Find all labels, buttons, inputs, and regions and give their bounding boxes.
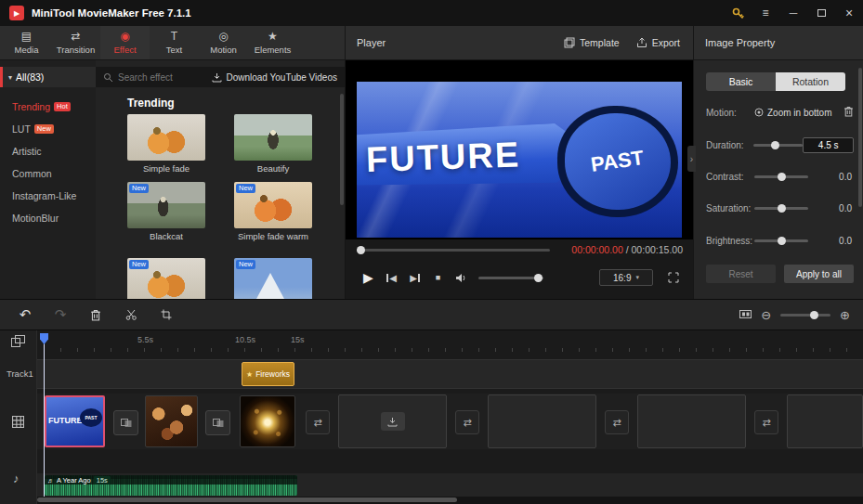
fit-timeline-button[interactable] [739,309,752,321]
effect-item: New [234,258,312,299]
tab-text[interactable]: T Text [150,26,199,59]
close-button[interactable]: × [835,0,863,26]
split-button[interactable] [113,299,149,330]
transition-placeholder[interactable]: ⇄ [455,410,479,434]
tab-basic[interactable]: Basic [706,72,776,91]
effect-thumbnail[interactable]: New [127,258,205,299]
transition-placeholder[interactable]: ⇄ [306,410,330,434]
tab-rotation[interactable]: Rotation [776,72,845,91]
duration-slider[interactable] [753,144,804,147]
effect-thumbnail-simple-fade[interactable] [127,114,205,161]
app-window: ▶ MiniTool MovieMaker Free 7.1.1 ≡ ─ × ▤… [0,0,863,504]
seek-bar[interactable] [357,249,550,252]
tab-elements[interactable]: ★ Elements [248,26,297,59]
video-stage: FUTURE PAST [346,60,694,239]
delete-button[interactable] [78,299,113,330]
previous-frame-button[interactable]: ◀ [380,267,403,288]
fullscreen-button[interactable] [665,269,682,286]
effect-thumbnail-simple-fade-warm[interactable]: New [234,182,312,228]
property-scrollbar[interactable] [858,68,862,207]
zoom-out-button[interactable]: ⊖ [761,308,771,322]
stop-button[interactable]: ■ [426,267,450,288]
tab-transition[interactable]: ⇄ Transition [51,26,100,59]
playhead-line[interactable] [44,333,45,497]
contrast-slider[interactable] [754,175,808,178]
video-clip-fireworks[interactable] [240,395,295,447]
timeline-ruler[interactable] [44,348,863,352]
template-button[interactable]: Template [564,37,620,48]
apply-to-all-button[interactable]: Apply to all [784,265,854,283]
contrast-value: 0.0 [839,172,854,182]
download-youtube-link[interactable]: Download YouTube Videos [212,72,337,83]
effect-thumbnail-blackcat[interactable]: New [127,182,205,228]
effects-panel: Download YouTube Videos Trending Simple … [96,60,345,299]
tab-media[interactable]: ▤ Media [2,26,51,59]
play-icon: ▶ [363,270,373,285]
effect-item: New Blackcat [127,182,205,241]
empty-clip-placeholder[interactable] [637,394,746,448]
menu-button[interactable]: ≡ [752,0,779,26]
brightness-value: 0.0 [839,236,854,246]
speaker-icon [455,273,467,283]
transition-placeholder[interactable]: ⇄ [754,410,778,434]
redo-button[interactable]: ↷ [43,299,78,330]
music-clip[interactable]: ♬ A Year Ago 15s [45,475,297,496]
maximize-button[interactable] [807,0,835,26]
timeline-zoom-handle[interactable] [810,311,818,319]
category-instagram-like[interactable]: Instagram-Like [0,185,96,207]
saturation-slider[interactable] [754,207,808,210]
effect-thumbnail[interactable]: New [234,258,312,299]
saturation-slider-handle[interactable] [778,204,786,213]
transition-placeholder[interactable]: ⇄ [605,410,629,434]
next-frame-button[interactable]: ▶ [403,267,426,288]
brightness-slider[interactable] [754,239,808,242]
delete-motion-button[interactable] [843,106,854,119]
category-common[interactable]: Common [0,162,96,185]
crop-button[interactable] [149,299,184,330]
playhead-handle[interactable] [40,333,48,344]
volume-handle[interactable] [534,274,543,282]
timeline-scrollbar[interactable] [37,498,457,502]
volume-slider[interactable] [478,277,543,279]
transition-clip[interactable] [205,410,230,435]
collapse-panel-handle[interactable]: › [687,146,696,172]
register-key-button[interactable] [724,0,752,26]
contrast-slider-handle[interactable] [778,173,786,181]
brightness-slider-handle[interactable] [778,237,786,245]
duration-slider-handle[interactable] [771,141,779,149]
text-icon: T [171,31,177,43]
export-icon [636,37,647,48]
tab-motion[interactable]: ◎ Motion [199,26,248,59]
duration-value[interactable]: 4.5 s [803,137,854,153]
timeline-toolbar: ↶ ↷ ⊖ ⊕ [0,299,863,330]
category-lut[interactable]: LUT New [0,118,96,140]
manage-tracks-button[interactable] [11,335,25,349]
undo-button[interactable]: ↶ [7,299,43,330]
tab-effect[interactable]: ◉ Effect [100,26,150,59]
video-clip-selected[interactable]: FUTURE PAST [45,395,105,447]
zoom-in-button[interactable]: ⊕ [840,308,850,322]
minimize-button[interactable]: ─ [779,0,807,26]
fireworks-element-clip[interactable]: ★ Fireworks [242,362,294,386]
empty-clip-placeholder[interactable] [488,394,596,448]
search-input[interactable] [118,72,207,83]
aspect-ratio-select[interactable]: 16:9 ▾ [599,269,653,286]
play-button[interactable]: ▶ [357,267,380,288]
effects-scrollbar[interactable] [340,94,344,205]
seek-handle[interactable] [357,246,365,254]
reset-button[interactable]: Reset [706,265,776,283]
category-motionblur[interactable]: MotionBlur [0,207,96,229]
effect-thumbnail-beautify[interactable] [234,114,312,161]
category-trending[interactable]: Trending Hot [0,96,96,118]
empty-clip-placeholder[interactable] [338,394,447,448]
transition-clip[interactable] [113,410,138,435]
category-artistic[interactable]: Artistic [0,140,96,162]
volume-button[interactable] [450,267,473,288]
search-row: Download YouTube Videos [96,67,345,87]
add-media-button[interactable] [381,412,405,431]
video-clip-food[interactable] [145,395,198,447]
timeline-zoom-slider[interactable] [780,314,830,317]
export-button[interactable]: Export [636,37,680,48]
filter-all-dropdown[interactable]: ▾ All(83) [0,67,96,87]
empty-clip-placeholder[interactable] [787,394,863,448]
